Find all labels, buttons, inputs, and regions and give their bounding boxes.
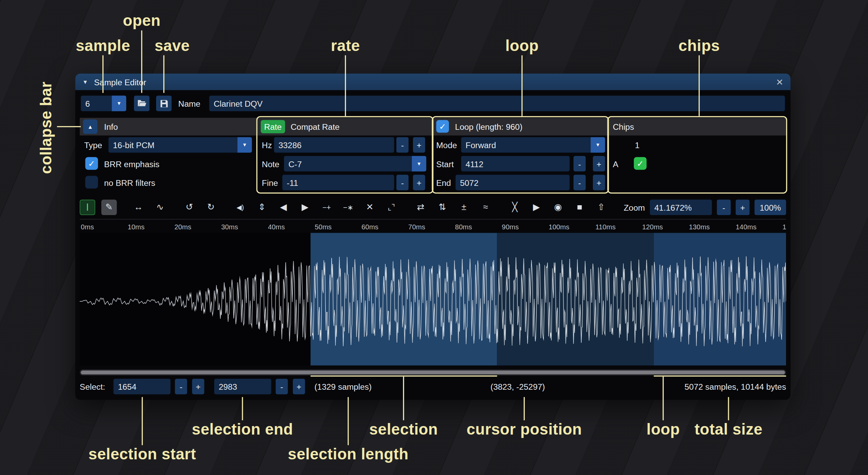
hz-plus-button[interactable]: +: [413, 137, 425, 153]
info-section: ▲ Info Type 16-bit PCM ▼ ✓ BRR emphasis …: [80, 118, 257, 193]
selection-start-plus-button[interactable]: +: [192, 379, 204, 394]
rate-badge[interactable]: Rate: [261, 120, 285, 133]
loop-end-minus-button[interactable]: -: [573, 175, 586, 190]
loop-end-plus-button[interactable]: +: [593, 175, 605, 190]
redo-icon[interactable]: ↻: [203, 200, 219, 215]
annotation-selection: selection: [369, 421, 438, 439]
import-icon[interactable]: ⇧: [594, 200, 609, 215]
loop-start-input[interactable]: 4112: [461, 156, 570, 172]
loop-end-label: End: [436, 175, 451, 190]
waveform-area[interactable]: [80, 233, 786, 366]
check-icon: ✓: [637, 159, 644, 168]
chevron-down-icon[interactable]: ▼: [112, 96, 126, 111]
sample-number-combo[interactable]: 6 ▼: [81, 96, 126, 111]
loop-mode-combo[interactable]: Forward ▼: [461, 137, 605, 153]
save-button[interactable]: [156, 96, 172, 111]
annotation-line-collapse-bar: [57, 126, 81, 127]
fade-in-icon[interactable]: ◀: [276, 200, 291, 215]
chip-a-checkbox[interactable]: ✓: [634, 157, 647, 170]
total-size-text: 5072 samples, 10144 bytes: [685, 379, 786, 394]
hz-input[interactable]: 33286: [274, 137, 394, 153]
loop-start-minus-button[interactable]: -: [573, 156, 586, 172]
name-value: Clarinet DQV: [214, 99, 263, 108]
type-combo[interactable]: 16-bit PCM ▼: [108, 137, 252, 153]
rate-section: Rate Compat Rate Hz 33286 - + Note C-7 ▼…: [257, 118, 432, 193]
fade-out-icon[interactable]: ▶: [297, 200, 313, 215]
undo-icon[interactable]: ↺: [182, 200, 197, 215]
play-icon[interactable]: ◉: [550, 200, 566, 215]
sign-icon[interactable]: ±: [456, 200, 472, 215]
note-label: Note: [262, 156, 280, 172]
brr-emphasis-checkbox[interactable]: ✓: [85, 157, 98, 170]
zoom-minus-button[interactable]: -: [717, 200, 731, 215]
fine-input[interactable]: -11: [282, 175, 394, 190]
chevron-down-icon[interactable]: ▼: [237, 137, 252, 153]
draw-icon[interactable]: ✎: [101, 200, 117, 215]
annotation-line-selection-length: [348, 397, 349, 445]
window-titlebar[interactable]: ▼ Sample Editor ✕: [75, 73, 790, 90]
hz-minus-button[interactable]: -: [396, 137, 408, 153]
invert-icon[interactable]: ⇅: [435, 200, 450, 215]
open-button[interactable]: [134, 96, 150, 111]
selection-end-plus-button[interactable]: +: [293, 379, 305, 394]
no-brr-filters-label: no BRR filters: [104, 175, 155, 190]
open-folder-icon: [137, 100, 147, 107]
waveform-canvas[interactable]: [80, 233, 786, 366]
loop-end-input[interactable]: 5072: [455, 175, 569, 190]
check-icon: ✓: [439, 122, 446, 130]
note-combo[interactable]: C-7 ▼: [284, 156, 426, 172]
timeline-label: 10ms: [128, 224, 174, 231]
fine-minus-button[interactable]: -: [396, 175, 408, 190]
selection-length-text: (1329 samples): [314, 379, 371, 394]
reverse-icon[interactable]: ⇄: [413, 200, 429, 215]
filter-icon[interactable]: ≈: [478, 200, 494, 215]
zoom-reset-button[interactable]: 100%: [754, 200, 786, 215]
info-header[interactable]: ▲ Info: [80, 118, 257, 136]
resize-icon[interactable]: ↔: [131, 200, 146, 215]
fine-value: -11: [287, 178, 298, 187]
annotation-line-selection-end: [242, 397, 243, 420]
selection-end-minus-button[interactable]: -: [276, 379, 288, 394]
close-icon[interactable]: ✕: [776, 76, 783, 87]
chevron-down-icon[interactable]: ▼: [412, 156, 426, 172]
chips-header-label: Chips: [613, 118, 634, 136]
delete-icon[interactable]: ✕: [362, 200, 378, 215]
selection-start-input[interactable]: 1654: [114, 379, 171, 394]
edit-cursor-icon[interactable]: Ⅰ: [80, 200, 95, 215]
selection-end-input[interactable]: 2983: [214, 379, 271, 394]
toolbar-icon-group: Ⅰ✎↔∿↺↻◀)⇕◀▶−+−∗✕⌞⌝⇄⇅±≈╳▶◉■⇧: [80, 200, 609, 215]
timeline-label: 120ms: [642, 224, 689, 231]
apply-silence-icon[interactable]: −∗: [340, 200, 356, 215]
annotation-total-size: total size: [695, 421, 763, 439]
scrollbar-thumb[interactable]: [81, 370, 785, 374]
trim-icon[interactable]: ⌞⌝: [384, 200, 399, 215]
normalize-icon[interactable]: ⇕: [254, 200, 270, 215]
annotation-line-total-size: [728, 397, 729, 420]
annotation-collapse-bar: collapse bar: [38, 82, 55, 174]
annotation-line-chips: [699, 55, 700, 116]
loop-mode-label: Mode: [436, 137, 457, 153]
timeline-label: 0ms: [81, 224, 128, 231]
no-brr-filters-checkbox[interactable]: [85, 176, 98, 189]
crossfade-icon[interactable]: ╳: [507, 200, 523, 215]
zoom-group: Zoom 41.1672% - + 100%: [624, 200, 786, 215]
resample-icon[interactable]: ∿: [152, 200, 168, 215]
window-collapse-icon[interactable]: ▼: [83, 79, 88, 85]
fine-plus-button[interactable]: +: [413, 175, 425, 190]
selection-end-value: 2983: [219, 382, 237, 391]
waveform-scrollbar[interactable]: [80, 369, 786, 375]
collapse-bar-button[interactable]: ▲: [83, 120, 97, 134]
chevron-down-icon[interactable]: ▼: [591, 137, 605, 153]
zoom-input[interactable]: 41.1672%: [650, 200, 712, 215]
zoom-plus-button[interactable]: +: [736, 200, 750, 215]
loop-enable-checkbox[interactable]: ✓: [436, 120, 449, 133]
loop-start-plus-button[interactable]: +: [593, 156, 605, 172]
preview-icon[interactable]: ▶: [529, 200, 544, 215]
timeline-label: 70ms: [408, 224, 455, 231]
insert-silence-icon[interactable]: −+: [319, 200, 334, 215]
annotation-line-open: [141, 31, 142, 93]
stop-icon[interactable]: ■: [572, 200, 587, 215]
selection-start-minus-button[interactable]: -: [175, 379, 187, 394]
amplify-icon[interactable]: ◀): [233, 200, 248, 215]
name-label: Name: [178, 96, 200, 111]
